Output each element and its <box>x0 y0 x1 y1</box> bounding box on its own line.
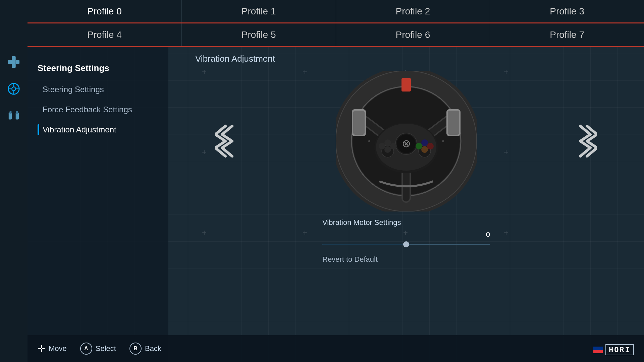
svg-rect-4 <box>12 60 15 64</box>
tab-profile7[interactable]: Profile 7 <box>490 23 644 46</box>
section-title: Vibration Adjustment <box>195 54 275 64</box>
crosshair-10: + <box>504 228 508 237</box>
svg-rect-1 <box>12 64 15 68</box>
svg-point-37 <box>421 139 428 146</box>
tab-profile5[interactable]: Profile 5 <box>182 23 336 46</box>
slider-label: Vibration Motor Settings <box>322 218 401 227</box>
tabs-row1: Profile 0 Profile 1 Profile 2 Profile 3 <box>28 0 644 23</box>
svg-point-32 <box>384 139 391 146</box>
select-label: Select <box>96 344 116 353</box>
sidebar-icon-dpad[interactable] <box>5 54 22 70</box>
crosshair-8: + <box>303 228 307 237</box>
svg-rect-27 <box>353 111 365 135</box>
select-control: A Select <box>80 343 116 355</box>
slider-track[interactable] <box>322 244 490 245</box>
tabs-row2: Profile 4 Profile 5 Profile 6 Profile 7 <box>28 23 644 47</box>
svg-point-31 <box>379 143 385 149</box>
sidebar-icon-wheel[interactable] <box>5 80 22 97</box>
hori-brand-text: HORI <box>605 344 634 355</box>
tab-profile4[interactable]: Profile 4 <box>28 23 182 46</box>
svg-point-6 <box>12 87 15 90</box>
slider-thumb[interactable] <box>403 241 409 247</box>
svg-rect-2 <box>8 60 12 64</box>
svg-text:⊗: ⊗ <box>402 137 411 149</box>
slider-section: Vibration Motor Settings 0 Revert to Def… <box>322 218 490 264</box>
svg-point-40 <box>368 140 370 142</box>
vibration-right-icon <box>574 124 597 158</box>
right-panel: + + + + + + + + + + Vibration Adjustment <box>168 47 644 362</box>
vibration-left-icon <box>215 124 239 158</box>
svg-rect-0 <box>12 56 15 60</box>
vibration-right-indicator <box>574 124 597 158</box>
svg-rect-3 <box>16 60 19 64</box>
tab-profile2[interactable]: Profile 2 <box>336 0 490 22</box>
menu-item-vibration-adjustment[interactable]: Vibration Adjustment <box>28 120 168 140</box>
svg-point-36 <box>416 143 422 149</box>
tab-profile6[interactable]: Profile 6 <box>336 23 490 46</box>
plus-icon: ✛ <box>38 343 45 354</box>
hori-logo: HORI <box>593 344 634 355</box>
sidebar-icon-paddles[interactable] <box>5 107 22 124</box>
steering-wheel: ⊗ <box>336 71 477 212</box>
svg-point-38 <box>427 143 434 149</box>
back-label: Back <box>145 344 161 353</box>
tab-profile0[interactable]: Profile 0 <box>28 0 182 22</box>
hori-flag-icon <box>593 347 603 353</box>
slider-row <box>322 244 490 245</box>
slider-fill <box>322 244 406 245</box>
vibration-left-indicator <box>215 124 239 158</box>
sidebar <box>0 0 28 362</box>
svg-point-39 <box>421 146 428 153</box>
main-content: Steering Settings Steering Settings Forc… <box>28 47 644 362</box>
svg-point-34 <box>384 146 391 153</box>
tab-profile1[interactable]: Profile 1 <box>182 0 336 22</box>
svg-rect-13 <box>10 111 12 114</box>
a-button-icon: A <box>80 343 92 355</box>
back-control: B Back <box>129 343 161 355</box>
b-button-icon: B <box>129 343 142 355</box>
svg-point-33 <box>390 143 397 149</box>
crosshair-9: + <box>403 228 408 237</box>
move-label: Move <box>49 344 67 353</box>
menu-section-title: Steering Settings <box>28 57 168 79</box>
menu-item-force-feedback[interactable]: Force Feedback Settings <box>28 100 168 120</box>
svg-point-41 <box>442 140 444 142</box>
bottom-bar: ✛ Move A Select B Back HORI <box>28 335 644 362</box>
left-menu: Steering Settings Steering Settings Forc… <box>28 47 168 362</box>
menu-item-steering-settings[interactable]: Steering Settings <box>28 79 168 100</box>
svg-rect-14 <box>16 111 18 114</box>
svg-rect-20 <box>401 78 411 92</box>
tab-profile3[interactable]: Profile 3 <box>490 0 644 22</box>
revert-to-default-button[interactable]: Revert to Default <box>322 255 378 264</box>
crosshair-7: + <box>202 228 207 237</box>
move-control: ✛ Move <box>38 343 67 354</box>
svg-rect-29 <box>448 111 459 135</box>
wheel-area: ⊗ <box>175 71 637 212</box>
